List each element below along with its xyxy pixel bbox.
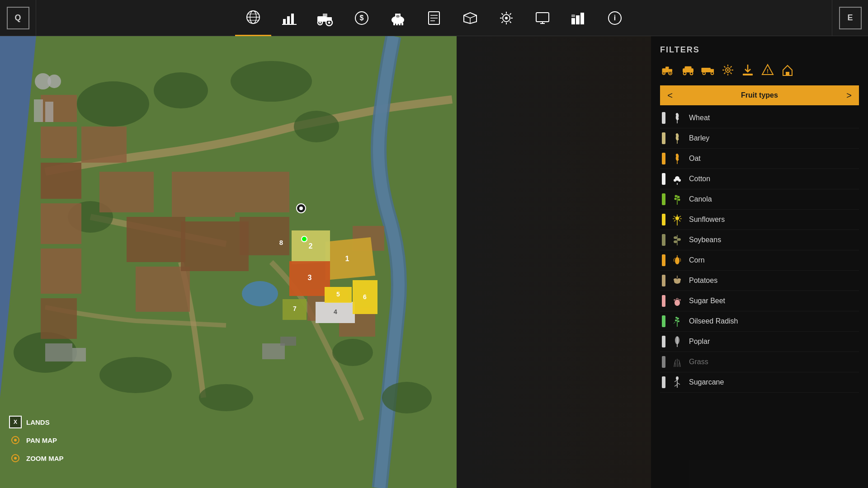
fruit-item-potatoes[interactable]: Potatoes	[660, 271, 859, 291]
q-button[interactable]: Q	[7, 7, 29, 29]
svg-rect-106	[685, 66, 692, 69]
svg-point-159	[675, 317, 677, 319]
svg-rect-5	[283, 19, 286, 24]
svg-rect-23	[401, 23, 403, 25]
nav-contracts[interactable]	[416, 0, 452, 36]
fruit-item-wheat[interactable]: Wheat	[660, 108, 859, 128]
svg-rect-22	[399, 23, 401, 25]
svg-point-49	[199, 384, 253, 411]
fruit-item-barley[interactable]: Barley	[660, 128, 859, 149]
nav-map[interactable]	[235, 0, 271, 36]
nav-delivery[interactable]	[452, 0, 488, 36]
filter-truck-icon[interactable]	[700, 62, 716, 78]
filter-gear-icon[interactable]	[720, 62, 736, 78]
svg-rect-39	[571, 14, 575, 17]
svg-point-157	[675, 300, 680, 306]
fruit-color-bar	[662, 254, 665, 266]
svg-rect-54	[41, 127, 77, 158]
nav-animals[interactable]	[380, 0, 416, 36]
svg-point-32	[505, 17, 508, 19]
waypoint-marker	[301, 236, 307, 242]
svg-rect-37	[576, 15, 580, 24]
svg-point-170	[676, 376, 679, 380]
fruit-color-bar	[662, 214, 665, 225]
pan-control[interactable]: PAN MAP	[9, 434, 64, 446]
svg-point-15	[328, 21, 330, 23]
filters-panel: FILTERS	[651, 36, 868, 402]
fruit-color-bar	[662, 234, 665, 246]
svg-point-154	[674, 278, 677, 281]
map-area[interactable]: 1 2 3 4 5 6 7 8 X LANDS	[0, 36, 457, 488]
svg-point-161	[675, 319, 677, 321]
lands-control[interactable]: X LANDS	[9, 416, 64, 428]
map-controls: X LANDS PAN MAP ZOOM MAP	[9, 416, 64, 470]
nav-stats[interactable]	[271, 0, 307, 36]
svg-line-141	[674, 216, 675, 217]
topbar-left[interactable]: Q	[0, 0, 36, 36]
fruit-name: Poplar	[689, 338, 710, 346]
wheat-icon	[671, 112, 684, 124]
topbar-right[interactable]: E	[832, 0, 868, 36]
fruit-item-corn[interactable]: Corn	[660, 250, 859, 271]
nav-monitor[interactable]	[524, 0, 561, 36]
fruit-item-grass[interactable]: Grass	[660, 352, 859, 372]
svg-point-131	[678, 179, 681, 182]
nav-info[interactable]: i	[597, 0, 633, 36]
svg-point-103	[663, 73, 664, 74]
svg-rect-61	[127, 217, 185, 262]
fruit-item-oat[interactable]: Oat	[660, 149, 859, 169]
oat-icon	[671, 152, 684, 165]
sunflowers-icon	[671, 213, 684, 226]
fruit-item-sugar-beet[interactable]: Sugar Beet	[660, 291, 859, 311]
fruit-name: Potatoes	[689, 277, 717, 285]
nav-vehicles[interactable]	[307, 0, 344, 36]
nav-production[interactable]	[561, 0, 597, 36]
svg-point-155	[677, 278, 681, 281]
svg-point-135	[678, 196, 680, 198]
fruit-nav-next[interactable]: >	[839, 85, 859, 105]
svg-rect-20	[393, 23, 395, 25]
barley-icon	[671, 132, 684, 145]
filter-atv-icon[interactable]	[680, 62, 696, 78]
nav-workers[interactable]	[488, 0, 524, 36]
svg-rect-77	[34, 99, 43, 122]
svg-rect-55	[41, 163, 81, 199]
fruit-item-soybeans[interactable]: Soybeans	[660, 230, 859, 250]
fruit-list: Wheat Barley Oat Cotton	[660, 108, 859, 393]
filter-download-icon[interactable]	[740, 62, 756, 78]
canola-icon	[671, 193, 684, 206]
svg-line-169	[675, 385, 677, 386]
svg-point-160	[677, 318, 679, 319]
fruit-name: Cotton	[689, 175, 710, 183]
fruit-name: Oilseed Radish	[689, 317, 738, 325]
fruit-nav-prev[interactable]: <	[660, 85, 680, 105]
fruit-item-sunflowers[interactable]: Sunflowers	[660, 210, 859, 230]
fruit-item-sugarcane[interactable]: Sugarcane	[660, 372, 859, 393]
nav-finances[interactable]: $	[344, 0, 380, 36]
svg-rect-10	[323, 14, 327, 17]
svg-rect-62	[136, 267, 190, 312]
fruit-item-cotton[interactable]: Cotton	[660, 169, 859, 189]
svg-line-142	[679, 216, 681, 217]
fruit-item-canola[interactable]: Canola	[660, 189, 859, 210]
filter-tractor-icon[interactable]	[660, 62, 676, 78]
fruit-types-nav: < Fruit types >	[660, 85, 859, 105]
filter-house-icon[interactable]	[779, 62, 796, 78]
svg-text:$: $	[360, 14, 364, 22]
sugarcane-icon	[671, 376, 684, 389]
fruit-name: Sugarcane	[689, 378, 724, 386]
svg-text:8: 8	[279, 239, 283, 246]
svg-rect-116	[786, 72, 789, 75]
fruit-item-poplar[interactable]: Poplar	[660, 332, 859, 352]
svg-rect-63	[172, 172, 235, 217]
lands-key[interactable]: X	[9, 416, 22, 428]
svg-point-26	[396, 15, 400, 18]
e-button[interactable]: E	[839, 7, 862, 29]
filter-warning-icon[interactable]: !	[760, 62, 776, 78]
fruit-color-bar	[662, 295, 665, 307]
zoom-label: ZOOM MAP	[26, 455, 64, 462]
zoom-control[interactable]: ZOOM MAP	[9, 452, 64, 465]
svg-rect-99	[665, 67, 669, 69]
filter-icons-row: !	[660, 62, 859, 78]
fruit-item-oilseed-radish[interactable]: Oilseed Radish	[660, 311, 859, 332]
